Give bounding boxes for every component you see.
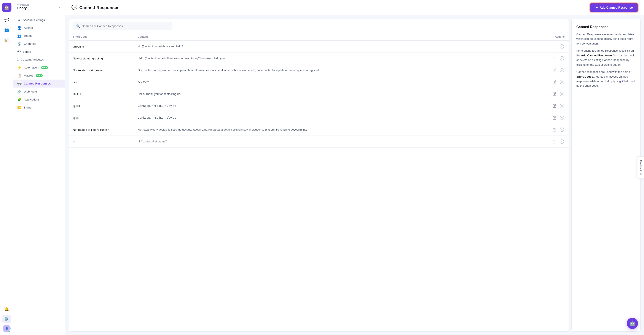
page-title-group: 💬 Canned Responses	[71, 5, 120, 10]
sidebar-item-label: Labels	[23, 50, 32, 54]
row-short-code: կայ	[73, 116, 138, 120]
edit-button[interactable]	[552, 80, 557, 84]
delete-button[interactable]	[559, 103, 565, 109]
sidebar-item-macros[interactable]: 📋 Macros Beta	[14, 72, 65, 80]
row-content: hi {{contact.first_name}}	[138, 140, 543, 144]
edit-button[interactable]	[552, 56, 557, 61]
plus-icon: ＋	[595, 6, 598, 10]
delete-button[interactable]	[559, 44, 565, 49]
delete-button[interactable]	[559, 115, 565, 120]
app-logo[interactable]: 🤖	[2, 2, 12, 12]
edit-button[interactable]	[552, 116, 557, 120]
search-input-wrap: 🔍	[73, 22, 172, 30]
row-short-code: կայ1	[73, 104, 138, 108]
table-row: կայ Ներեցեք, դուք կայի մեջ եք	[69, 112, 568, 124]
sidebar-item-label: Teams	[24, 34, 32, 38]
feedback-tab[interactable]: Feedback ✉	[637, 156, 644, 179]
table-row: test hey there	[69, 76, 568, 88]
table-header: Short Code Content Actions	[69, 33, 568, 41]
table-row: New customer greeting Hello {{contact.na…	[69, 52, 568, 64]
sidebar-item-billing[interactable]: 💳 Billing	[14, 104, 65, 112]
row-actions	[543, 139, 565, 144]
row-content: Ներեցեք, դուք կայի մեջ եք	[138, 104, 543, 108]
info-text-3: Canned responses are used with the help …	[576, 70, 636, 88]
sidebar-item-label: Automation	[24, 66, 38, 69]
edit-button[interactable]	[552, 68, 557, 72]
notifications-icon[interactable]: 🔔	[2, 305, 11, 314]
row-actions	[543, 103, 565, 109]
table-row: Hello1 Hello, Thank you for contacting u…	[69, 88, 568, 100]
sidebar-item-label: Custom Attributes	[21, 58, 44, 61]
row-content: Ներեցեք, դուք կայի մեջ եք	[138, 116, 543, 120]
table-panel: 🔍 Short Code Content Actions Greeting Hi…	[69, 19, 569, 332]
search-icon: 🔍	[76, 24, 80, 28]
channels-icon: 📡	[17, 42, 22, 46]
col-header-short-code: Short Code	[73, 35, 138, 38]
delete-button[interactable]	[559, 79, 565, 85]
row-actions	[543, 56, 565, 61]
sidebar-item-account-settings[interactable]: 🗂 Account Settings	[14, 16, 65, 24]
edit-button[interactable]	[552, 44, 557, 49]
row-short-code: New customer greeting	[73, 57, 138, 60]
page-title-icon: 💬	[71, 5, 77, 10]
reports-icon[interactable]: 📊	[2, 36, 11, 44]
automation-beta-badge: Beta	[41, 66, 48, 69]
sidebar-item-webhooks[interactable]: 🔗 Webhooks	[14, 88, 65, 96]
contacts-icon[interactable]: 👥	[2, 26, 11, 34]
col-header-content: Content	[138, 35, 543, 38]
row-short-code: Hello1	[73, 92, 138, 96]
sidebar-item-automation[interactable]: ⚡ Automation Beta	[14, 64, 65, 72]
sidebar-item-label: Account Settings	[23, 18, 45, 22]
row-content: Olá, contactou o apoio da Hoory , para o…	[138, 68, 543, 72]
sidebar-item-labels[interactable]: 🏷 Labels	[14, 48, 65, 56]
info-text-2: For creating a Canned Response, just cli…	[576, 48, 636, 67]
sidebar-item-label: Macros	[24, 74, 33, 77]
delete-button[interactable]	[559, 139, 565, 144]
chat-icon[interactable]: 💬	[2, 16, 11, 24]
table-row: Not related to Hoory Turkish Merhaba, Ho…	[69, 124, 568, 136]
topbar: 💬 Canned Responses ＋ Add Canned Response	[65, 0, 644, 15]
edit-button[interactable]	[552, 127, 557, 132]
sidebar-item-label: Canned Responses	[24, 82, 51, 85]
agents-icon: 👤	[17, 26, 22, 30]
workspace-selector[interactable]: Workspace Hoory ⌄	[14, 0, 65, 14]
sidebar-item-teams[interactable]: 👥 Teams	[14, 32, 65, 40]
info-panel-title: Canned Responses	[576, 25, 636, 29]
row-content: Hello, Thank you for contacting us.	[138, 92, 543, 96]
sidebar: Workspace Hoory ⌄ 🗂 Account Settings 👤 A…	[14, 0, 65, 335]
delete-button[interactable]	[559, 91, 565, 97]
search-input[interactable]	[82, 24, 169, 28]
row-actions	[543, 68, 565, 73]
row-short-code: test	[73, 80, 138, 84]
table-body: Greeting Hi, {{contact.name}} how can I …	[69, 41, 568, 331]
table-row: կայ1 Ներեցեք, դուք կայի մեջ եք	[69, 100, 568, 112]
edit-button[interactable]	[552, 104, 557, 108]
info-panel: Canned Responses Canned Responses are sa…	[572, 19, 640, 332]
add-button-label: Add Canned Response	[600, 6, 633, 9]
sidebar-item-custom-attributes[interactable]: ℹ Custom Attributes	[14, 56, 65, 64]
sidebar-item-agents[interactable]: 👤 Agents	[14, 24, 65, 32]
delete-button[interactable]	[559, 56, 565, 61]
table-row: Not related portuguese Olá, contactou o …	[69, 64, 568, 76]
delete-button[interactable]	[559, 68, 565, 73]
add-canned-response-button[interactable]: ＋ Add Canned Response	[590, 3, 638, 12]
info-text-1: Canned Responses are saved reply templat…	[576, 32, 636, 46]
row-actions	[543, 91, 565, 97]
workspace-name: Hoory	[17, 6, 29, 10]
sidebar-item-label: Applications	[24, 98, 40, 101]
edit-button[interactable]	[552, 92, 557, 96]
sidebar-item-canned-responses[interactable]: 💬 Canned Responses	[14, 80, 65, 88]
table-row: hi hi {{contact.first_name}}	[69, 136, 568, 148]
avatar[interactable]: 👤	[3, 325, 10, 332]
row-content: Hello {{contact.name}}, How are you doin…	[138, 56, 543, 60]
edit-button[interactable]	[552, 139, 557, 144]
sidebar-item-channels[interactable]: 📡 Channels	[14, 40, 65, 48]
row-short-code: hi	[73, 140, 138, 143]
row-content: Merhaba, Hoory destek ile iletişime geçt…	[138, 128, 543, 132]
table-row: Greeting Hi, {{contact.name}} how can I …	[69, 41, 568, 52]
sidebar-item-applications[interactable]: 🧩 Applications	[14, 96, 65, 104]
sidebar-item-label: Channels	[24, 42, 36, 46]
delete-button[interactable]	[559, 127, 565, 132]
settings-icon[interactable]: ⚙️	[2, 315, 11, 323]
chatbot-float-button[interactable]: 🤖	[627, 318, 638, 329]
